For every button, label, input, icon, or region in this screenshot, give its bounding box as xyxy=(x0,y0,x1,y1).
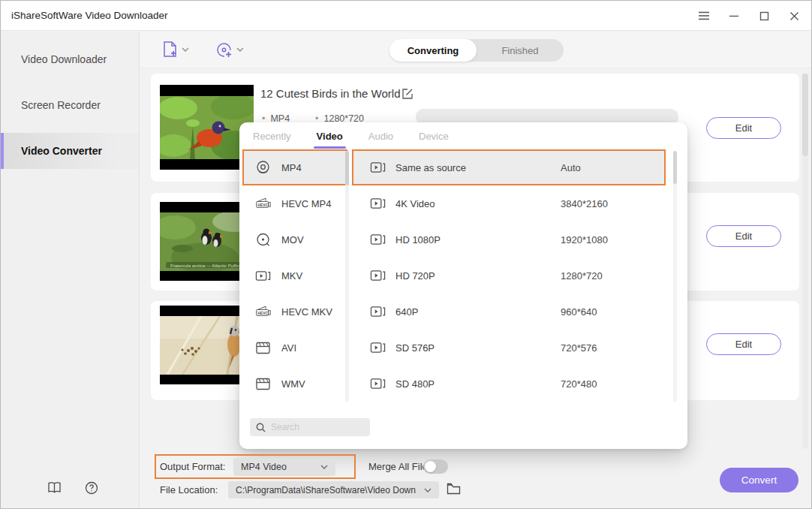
edit-button[interactable]: Edit xyxy=(706,225,781,247)
video-title: 12 Cutest Birds in the World xyxy=(260,87,400,100)
camcorder-icon xyxy=(370,306,386,318)
maximize-button[interactable] xyxy=(753,5,775,27)
camcorder-icon xyxy=(370,378,386,390)
resolution-option-same-as-source[interactable]: Same as source Auto xyxy=(352,149,666,185)
resolution-label: 4K Video xyxy=(395,198,561,209)
disc-dot-icon xyxy=(255,232,271,248)
sidebar: Video Downloader Screen Recorder Video C… xyxy=(1,32,140,509)
chevron-down-icon xyxy=(424,488,432,492)
format-option-wmv[interactable]: WMV xyxy=(242,366,347,402)
resolution-option-1080p[interactable]: HD 1080P 1920*1080 xyxy=(352,221,666,258)
output-format-label: Output Format: xyxy=(160,461,225,472)
format-option-avi[interactable]: AVI xyxy=(242,330,347,366)
minimize-button[interactable] xyxy=(723,5,745,27)
folder-icon xyxy=(447,483,461,495)
add-file-button[interactable] xyxy=(161,41,189,59)
file-location-dropdown[interactable]: C:\ProgramData\iShareSoftware\Video Down xyxy=(228,481,439,498)
resolution-list-scrollbar[interactable] xyxy=(673,151,677,402)
camcorder-icon xyxy=(370,342,386,354)
resolution-label: HD 720P xyxy=(395,270,561,282)
help-icon xyxy=(85,481,98,495)
output-format-value: MP4 Video xyxy=(241,462,287,472)
format-option-mp4[interactable]: MP4 xyxy=(242,149,347,185)
resolution-option-480p[interactable]: SD 480P 720*480 xyxy=(352,366,666,402)
camcorder-icon xyxy=(370,270,386,282)
search-icon xyxy=(256,423,266,432)
search-input[interactable] xyxy=(271,422,353,432)
format-label: AVI xyxy=(281,342,296,354)
file-location-value: C:\ProgramData\iShareSoftware\Video Down xyxy=(236,485,416,495)
close-icon xyxy=(789,11,799,21)
resolution-option-576p[interactable]: SD 576P 720*576 xyxy=(352,330,666,366)
resolution-option-640p[interactable]: 640P 960*640 xyxy=(352,294,666,330)
clapperboard-icon xyxy=(255,340,271,356)
sidebar-item-label: Video Downloader xyxy=(21,53,107,65)
popup-tab-label: Recently xyxy=(253,131,291,142)
camcorder-icon xyxy=(370,161,386,173)
add-file-icon xyxy=(161,41,179,59)
popup-tab-label: Audio xyxy=(368,131,393,142)
menu-button[interactable] xyxy=(693,5,715,27)
browse-folder-button[interactable] xyxy=(447,483,462,498)
chevron-down-icon xyxy=(236,47,244,52)
format-list-scrollbar[interactable] xyxy=(345,151,349,402)
tab-label: Finished xyxy=(501,45,538,56)
resolution-option-4k[interactable]: 4K Video 3840*2160 xyxy=(352,185,666,221)
sidebar-item-video-converter[interactable]: Video Converter xyxy=(1,133,139,169)
format-option-mkv[interactable]: MKV xyxy=(242,258,347,294)
add-disc-icon xyxy=(215,41,233,59)
maximize-icon xyxy=(759,11,769,21)
user-guide-button[interactable] xyxy=(47,481,62,496)
help-button[interactable] xyxy=(85,481,100,496)
format-option-mov[interactable]: MOV xyxy=(242,221,347,258)
sidebar-item-label: Video Converter xyxy=(21,145,102,157)
minimize-icon xyxy=(729,11,739,21)
format-option-hevc-mp4[interactable]: HEVC HEVC MP4 xyxy=(242,185,347,221)
chevron-down-icon xyxy=(320,465,328,469)
sidebar-item-screen-recorder[interactable]: Screen Recorder xyxy=(1,87,139,123)
chevron-down-icon xyxy=(182,47,189,52)
title-bar: iShareSoftWare Video Downloader xyxy=(1,1,811,31)
edit-button[interactable]: Edit xyxy=(706,333,781,355)
disc-icon xyxy=(255,160,271,176)
format-list: MP4 HEVC HEVC MP4 MOV MKV HEVC HEVC MKV … xyxy=(242,149,347,402)
output-format-dropdown[interactable]: MP4 Video xyxy=(233,458,335,476)
format-label: MKV xyxy=(281,270,302,282)
format-label: WMV xyxy=(281,378,305,390)
convert-button[interactable]: Convert xyxy=(720,468,798,492)
sidebar-item-video-downloader[interactable]: Video Downloader xyxy=(1,41,139,77)
resolution-list-scrollbar-thumb[interactable] xyxy=(673,151,677,184)
format-popup: Recently Video Audio Device MP4 HEVC HEV… xyxy=(239,122,687,449)
main-scrollbar-thumb[interactable] xyxy=(802,74,808,156)
resolution-value: 1280*720 xyxy=(561,270,603,282)
book-icon xyxy=(47,481,62,494)
resolution-label: 640P xyxy=(395,306,561,318)
resolution-label: Same as source xyxy=(395,162,561,173)
close-button[interactable] xyxy=(783,5,805,27)
merge-files-toggle[interactable] xyxy=(423,459,448,474)
resolution-value: 3840*2160 xyxy=(561,198,608,209)
popup-tab-device[interactable]: Device xyxy=(417,124,450,149)
resolution-value: 960*640 xyxy=(561,306,597,318)
app-window: iShareSoftWare Video Downloader xyxy=(0,0,812,509)
resolution-value: Auto xyxy=(561,162,581,173)
popup-tab-video[interactable]: Video xyxy=(315,124,344,149)
svg-text:HEVC: HEVC xyxy=(258,203,269,206)
popup-tab-audio[interactable]: Audio xyxy=(367,124,395,149)
tab-converting[interactable]: Converting xyxy=(389,39,477,62)
rename-icon[interactable] xyxy=(401,88,414,100)
popup-search xyxy=(250,418,370,436)
bottom-bar: Output Format: MP4 Video Merge All Files… xyxy=(140,451,812,509)
format-option-hevc-mkv[interactable]: HEVC HEVC MKV xyxy=(242,294,347,330)
resolution-value: 1920*1080 xyxy=(561,234,608,245)
camcorder-icon xyxy=(370,197,386,209)
resolution-value: 720*576 xyxy=(561,342,597,354)
add-disc-button[interactable] xyxy=(215,41,244,59)
camcorder-icon xyxy=(255,268,271,284)
format-list-scrollbar-thumb[interactable] xyxy=(345,151,349,185)
main-scrollbar[interactable] xyxy=(802,74,808,449)
resolution-option-720p[interactable]: HD 720P 1280*720 xyxy=(352,258,666,294)
tab-finished[interactable]: Finished xyxy=(477,39,564,62)
popup-tab-recently[interactable]: Recently xyxy=(251,124,293,149)
edit-button[interactable]: Edit xyxy=(706,117,781,139)
